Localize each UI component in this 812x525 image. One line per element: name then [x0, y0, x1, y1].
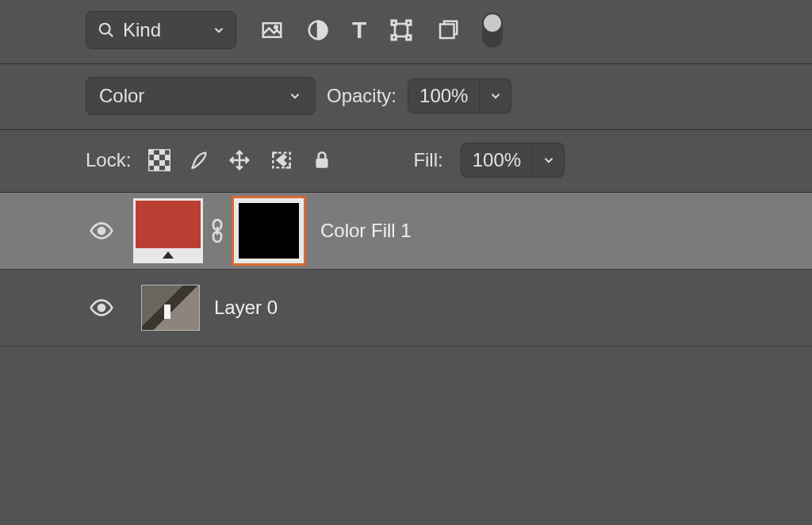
opacity-value-input[interactable]: 100% — [408, 79, 480, 113]
smartobject-filter-icon[interactable] — [436, 18, 460, 42]
layer-name[interactable]: Color Fill 1 — [320, 220, 412, 242]
layers-panel: Kind T Color — [0, 0, 812, 525]
shape-filter-icon[interactable] — [389, 17, 414, 43]
filter-kind-label: Kind — [123, 19, 161, 41]
svg-rect-16 — [148, 149, 154, 155]
chevron-down-icon — [212, 23, 226, 37]
image-filter-icon[interactable] — [260, 18, 284, 42]
svg-point-30 — [98, 305, 105, 311]
eye-icon — [89, 218, 114, 243]
lock-position-icon[interactable] — [228, 148, 251, 172]
fill-value-input[interactable]: 100% — [461, 143, 533, 178]
visibility-toggle[interactable] — [0, 270, 133, 346]
blend-mode-value: Color — [99, 85, 144, 107]
svg-rect-19 — [165, 155, 170, 160]
opacity-label: Opacity: — [327, 85, 396, 107]
search-icon — [98, 21, 115, 39]
chevron-down-icon — [542, 153, 556, 167]
layer-mask-thumbnail[interactable] — [232, 196, 306, 266]
layer-name[interactable]: Layer 0 — [214, 297, 278, 319]
lock-artboard-icon[interactable] — [269, 148, 294, 173]
opacity-value: 100% — [419, 85, 468, 107]
fill-label: Fill: — [413, 149, 442, 171]
svg-rect-21 — [159, 160, 165, 166]
svg-rect-22 — [154, 166, 159, 171]
svg-point-26 — [98, 228, 105, 234]
filter-row: Kind T — [86, 0, 812, 63]
lock-label: Lock: — [86, 149, 131, 171]
layers-empty-area — [0, 347, 812, 525]
layer-image-thumbnail[interactable] — [141, 285, 200, 331]
type-filter-icon[interactable]: T — [352, 17, 366, 44]
layer-row[interactable]: Layer 0 — [0, 270, 812, 346]
layer-mask-link-icon[interactable] — [208, 219, 227, 243]
svg-rect-18 — [154, 155, 159, 160]
layers-list: Color Fill 1 Layer 0 — [0, 193, 812, 525]
filter-type-icons: T — [260, 13, 503, 48]
svg-point-0 — [100, 24, 110, 34]
layer-row[interactable]: Color Fill 1 — [0, 193, 812, 269]
svg-line-1 — [109, 33, 113, 37]
lock-all-icon[interactable] — [312, 150, 332, 171]
blend-mode-dropdown[interactable]: Color — [86, 77, 316, 115]
fill-value: 100% — [473, 149, 521, 171]
lock-transparency-icon[interactable] — [148, 149, 170, 171]
svg-rect-25 — [316, 159, 328, 168]
svg-rect-20 — [148, 160, 154, 166]
filter-toggle[interactable] — [482, 13, 503, 48]
visibility-toggle[interactable] — [0, 193, 133, 269]
lock-pixels-icon[interactable] — [188, 149, 210, 171]
layer-fill-thumbnail[interactable] — [133, 198, 203, 263]
svg-rect-17 — [159, 149, 165, 155]
chevron-down-icon — [288, 89, 302, 103]
svg-point-3 — [274, 26, 278, 29]
eye-icon — [89, 295, 114, 320]
svg-rect-14 — [440, 25, 454, 39]
fill-dropdown-button[interactable] — [533, 143, 565, 178]
chevron-down-icon — [488, 89, 503, 103]
blend-row: Color Opacity: 100% — [86, 64, 812, 129]
svg-rect-23 — [165, 166, 170, 171]
adjustment-filter-icon[interactable] — [306, 18, 330, 42]
filter-kind-dropdown[interactable]: Kind — [86, 11, 236, 49]
opacity-dropdown-button[interactable] — [480, 79, 511, 113]
lock-row: Lock: Fill: 100% — [86, 130, 812, 192]
